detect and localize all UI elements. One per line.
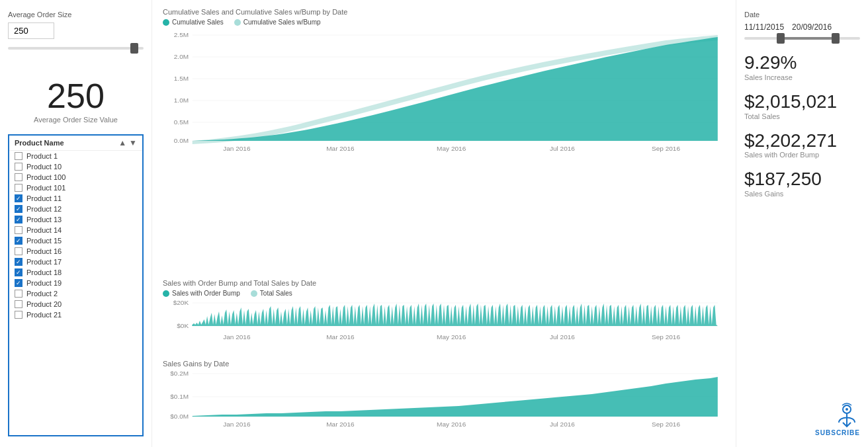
metric-label: Sales Gains	[744, 190, 860, 198]
product-name-label: Product 21	[26, 311, 62, 319]
metric-label: Sales with Order Bump	[744, 151, 860, 159]
product-list-item[interactable]: ✓Product 11	[9, 193, 142, 204]
product-checkbox[interactable]: ✓	[15, 268, 22, 276]
slider-track[interactable]	[8, 47, 144, 50]
product-list-item[interactable]: Product 100	[9, 172, 142, 183]
cumulative-sales-chart-title: Cumulative Sales and Cumulative Sales w/…	[163, 8, 725, 16]
date-thumb-right[interactable]	[832, 33, 840, 44]
slider-thumb[interactable]	[130, 43, 138, 54]
product-name-label: Product 14	[26, 226, 62, 234]
svg-text:Mar 2016: Mar 2016	[326, 145, 354, 152]
product-checkbox[interactable]	[15, 311, 22, 319]
metric-value: $2,202,271	[744, 131, 860, 151]
svg-point-39	[846, 408, 848, 411]
big-number-label: Average Order Size Value	[8, 116, 144, 124]
order-bump-chart-section: Sales with Order Bump and Total Sales by…	[163, 279, 725, 352]
date-section: Date 11/11/2015 20/09/2016	[744, 11, 860, 40]
product-list-header: Product Name ▲ ▼	[9, 136, 142, 151]
product-name-label: Product 19	[26, 279, 62, 287]
product-list-item[interactable]: Product 2	[9, 288, 142, 299]
svg-text:2.5M: 2.5M	[174, 32, 189, 38]
order-bump-chart-area: $20K $0K Jan 2016 Mar 2016 May 2016 Jul …	[163, 300, 725, 352]
svg-text:Jan 2016: Jan 2016	[223, 421, 250, 428]
slider-value-input[interactable]	[8, 22, 54, 39]
date-label: Date	[744, 11, 860, 19]
product-name-label: Product 15	[26, 237, 62, 245]
svg-text:Jul 2016: Jul 2016	[550, 334, 575, 341]
product-checkbox[interactable]	[15, 247, 22, 255]
product-checkbox[interactable]: ✓	[15, 237, 22, 245]
svg-text:May 2016: May 2016	[437, 421, 466, 428]
metrics-container: 9.29%Sales Increase$2,015,021Total Sales…	[744, 53, 860, 208]
legend-item: Cumulative Sales w/Bump	[234, 19, 321, 26]
svg-text:Mar 2016: Mar 2016	[326, 334, 354, 341]
product-name-label: Product 10	[26, 163, 62, 171]
product-checkbox[interactable]: ✓	[15, 279, 22, 287]
svg-text:Mar 2016: Mar 2016	[326, 421, 354, 428]
product-list-item[interactable]: ✓Product 19	[9, 278, 142, 288]
svg-text:$0K: $0K	[177, 323, 189, 329]
date-end: 20/09/2016	[792, 22, 832, 32]
product-list-item[interactable]: Product 10	[9, 161, 142, 172]
product-checkbox[interactable]	[15, 300, 22, 308]
product-name-label: Product 16	[26, 247, 62, 255]
svg-text:Jul 2016: Jul 2016	[550, 421, 575, 428]
metric-value: $2,015,021	[744, 92, 860, 112]
legend-color-dot	[251, 290, 257, 297]
svg-text:1.0M: 1.0M	[174, 97, 189, 104]
product-list-item[interactable]: ✓Product 12	[9, 204, 142, 214]
product-checkbox[interactable]: ✓	[15, 205, 22, 213]
product-checkbox[interactable]: ✓	[15, 258, 22, 266]
metric-value: 9.29%	[744, 53, 860, 73]
product-name-label: Product 12	[26, 205, 62, 213]
product-checkbox[interactable]: ✓	[15, 194, 22, 202]
legend-color-dot	[234, 19, 241, 26]
product-list-item[interactable]: Product 14	[9, 225, 142, 235]
product-name-label: Product 100	[26, 173, 65, 181]
date-thumb-left[interactable]	[777, 33, 785, 44]
product-list-item[interactable]: ✓Product 17	[9, 257, 142, 267]
sort-desc-icon[interactable]: ▼	[129, 138, 137, 147]
svg-text:Jul 2016: Jul 2016	[550, 145, 575, 152]
product-name-label: Product 20	[26, 300, 62, 308]
date-slider[interactable]	[744, 37, 860, 40]
metric-item: $2,202,271Sales with Order Bump	[744, 131, 860, 159]
svg-text:$0.2M: $0.2M	[170, 370, 189, 377]
product-list-item[interactable]: ✓Product 15	[9, 235, 142, 246]
product-list-title: Product Name	[15, 139, 64, 147]
product-checkbox[interactable]	[15, 290, 22, 298]
product-checkbox[interactable]	[15, 226, 22, 234]
product-name-label: Product 101	[26, 184, 65, 192]
svg-text:1.5M: 1.5M	[174, 75, 189, 82]
legend-label: Cumulative Sales w/Bump	[243, 19, 321, 26]
metric-item: 9.29%Sales Increase	[744, 53, 860, 81]
product-list-item[interactable]: Product 21	[9, 309, 142, 320]
subscribe-icon[interactable]	[834, 401, 860, 428]
svg-text:Sep 2016: Sep 2016	[652, 145, 680, 152]
svg-text:$0.1M: $0.1M	[170, 393, 189, 400]
legend-color-dot	[163, 19, 169, 26]
product-checkbox[interactable]	[15, 173, 22, 181]
product-list-item[interactable]: Product 1	[9, 151, 142, 161]
svg-text:Sep 2016: Sep 2016	[652, 334, 680, 341]
sort-asc-icon[interactable]: ▲	[118, 138, 126, 147]
subscribe-text[interactable]: SUBSCRIBE	[815, 429, 860, 436]
right-panel: Date 11/11/2015 20/09/2016 9.29%Sales In…	[736, 0, 868, 447]
product-list-item[interactable]: ✓Product 13	[9, 214, 142, 225]
svg-text:Sep 2016: Sep 2016	[652, 421, 680, 428]
product-checkbox[interactable]	[15, 163, 22, 171]
date-start: 11/11/2015	[744, 22, 784, 32]
metric-label: Total Sales	[744, 112, 860, 120]
svg-text:2.0M: 2.0M	[174, 54, 189, 60]
product-name-label: Product 17	[26, 258, 62, 266]
product-list-item[interactable]: Product 101	[9, 183, 142, 193]
product-checkbox[interactable]	[15, 152, 22, 160]
product-list-item[interactable]: Product 20	[9, 299, 142, 309]
legend-label: Total Sales	[260, 290, 292, 297]
product-checkbox[interactable]	[15, 184, 22, 192]
product-list-item[interactable]: Product 16	[9, 246, 142, 257]
product-checkbox[interactable]: ✓	[15, 216, 22, 224]
product-list-scroll[interactable]: Product 1Product 10Product 100Product 10…	[9, 151, 142, 435]
product-list-item[interactable]: ✓Product 18	[9, 267, 142, 278]
metric-label: Sales Increase	[744, 73, 860, 81]
